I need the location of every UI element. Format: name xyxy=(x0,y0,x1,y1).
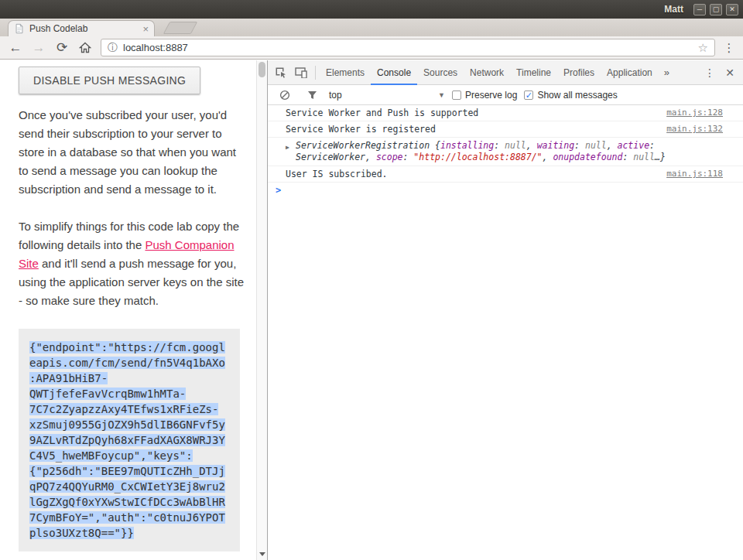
browser-toolbar: ← → ⟳ ⓘ localhost:8887 ☆ ⋮ xyxy=(0,36,743,60)
console-log: Service Worker and Push is supported mai… xyxy=(268,105,743,560)
devtools-close-button[interactable]: ✕ xyxy=(720,67,740,79)
maximize-button[interactable]: ▢ xyxy=(710,4,722,15)
console-prompt[interactable]: > xyxy=(268,183,743,199)
source-link[interactable]: main.js:128 xyxy=(666,108,723,118)
console-message-row: Service Worker is registered main.js:132 xyxy=(268,121,743,138)
content-area: DISABLE PUSH MESSAGING Once you've subsc… xyxy=(0,60,743,560)
tab-strip: Push Codelab × xyxy=(0,19,743,36)
tab-application[interactable]: Application xyxy=(601,60,659,85)
clear-console-icon xyxy=(279,90,290,101)
console-message-text: User IS subscribed. xyxy=(286,169,657,179)
toolbar-divider xyxy=(315,66,316,80)
browser-tab-push-codelab[interactable]: Push Codelab × xyxy=(8,20,155,36)
browser-window: Matt ─ ▢ ✕ Push Codelab × ← → ⟳ xyxy=(0,0,743,560)
devtools-menu-button[interactable]: ⋮ xyxy=(700,67,720,79)
url-text[interactable]: localhost:8887 xyxy=(123,42,693,53)
devtools-panel: Elements Console Sources Network Timelin… xyxy=(267,60,743,560)
scrollbar-down-arrow-icon[interactable] xyxy=(259,552,265,556)
inspect-element-button[interactable] xyxy=(271,63,291,83)
expand-triangle-icon[interactable]: ▶ xyxy=(286,142,289,153)
prompt-chevron-icon: > xyxy=(276,186,281,196)
more-tabs-button[interactable]: » xyxy=(659,67,675,78)
tab-network[interactable]: Network xyxy=(464,60,510,85)
page-pane: DISABLE PUSH MESSAGING Once you've subsc… xyxy=(0,60,256,560)
os-titlebar[interactable]: Matt ─ ▢ ✕ xyxy=(0,0,743,19)
browser-menu-button[interactable]: ⋮ xyxy=(720,41,738,55)
tab-elements[interactable]: Elements xyxy=(320,60,371,85)
close-window-button[interactable]: ✕ xyxy=(726,4,738,15)
home-button[interactable] xyxy=(74,38,96,58)
scrollbar-thumb[interactable] xyxy=(259,62,265,77)
paragraph-companion-after: and it'll send a push message for you, u… xyxy=(19,257,244,307)
show-all-messages-option[interactable]: ✓ Show all messages xyxy=(524,90,617,101)
execution-context-select[interactable]: top ▼ xyxy=(329,90,445,101)
filter-funnel-icon xyxy=(307,90,317,100)
object-preview-text: ServiceWorkerRegistration {installing: n… xyxy=(296,140,666,162)
tab-profiles[interactable]: Profiles xyxy=(557,60,601,85)
tab-title: Push Codelab xyxy=(29,23,138,34)
console-object-row[interactable]: ▶ ServiceWorkerRegistration {installing:… xyxy=(268,138,743,166)
preserve-log-label: Preserve log xyxy=(465,90,517,101)
tab-close-icon[interactable]: × xyxy=(142,24,149,34)
subscription-json[interactable]: {"endpoint":"https://fcm.googleapis.com/… xyxy=(29,341,225,539)
console-message-text: Service Worker is registered xyxy=(286,124,657,135)
source-link[interactable]: main.js:132 xyxy=(666,124,723,135)
context-dropdown-arrow-icon: ▼ xyxy=(438,91,445,99)
page-scrollbar[interactable] xyxy=(256,60,267,560)
tab-console[interactable]: Console xyxy=(371,60,417,85)
filter-button[interactable] xyxy=(302,85,322,105)
device-toolbar-icon xyxy=(295,67,307,78)
forward-button[interactable]: → xyxy=(28,38,50,58)
reload-button[interactable]: ⟳ xyxy=(51,38,73,58)
clear-console-button[interactable] xyxy=(275,85,295,105)
inspect-cursor-icon xyxy=(275,67,287,79)
back-button[interactable]: ← xyxy=(5,38,26,58)
execution-context-value: top xyxy=(329,90,438,101)
paragraph-subscription: Once you've subscribed your user, you'd … xyxy=(19,106,246,199)
page-favicon-icon xyxy=(14,23,25,34)
tab-sources[interactable]: Sources xyxy=(417,60,464,85)
show-all-messages-checkbox[interactable]: ✓ xyxy=(524,90,533,100)
home-icon xyxy=(79,42,91,53)
paragraph-companion: To simplify things for this code lab cop… xyxy=(19,217,246,310)
console-message-row: User IS subscribed. main.js:118 xyxy=(268,166,743,183)
url-bar[interactable]: ⓘ localhost:8887 ☆ xyxy=(101,39,715,56)
console-message-row: Service Worker and Push is supported mai… xyxy=(268,105,743,121)
minimize-button[interactable]: ─ xyxy=(693,4,706,15)
devtools-tabbar: Elements Console Sources Network Timelin… xyxy=(268,60,743,85)
new-tab-button[interactable] xyxy=(163,22,198,34)
console-toolbar: top ▼ Preserve log ✓ Show all messages xyxy=(268,85,743,105)
source-link[interactable]: main.js:118 xyxy=(666,169,723,179)
console-message-text: Service Worker and Push is supported xyxy=(286,108,657,118)
show-all-messages-label: Show all messages xyxy=(537,90,617,101)
site-info-icon[interactable]: ⓘ xyxy=(108,41,118,55)
tab-timeline[interactable]: Timeline xyxy=(510,60,557,85)
disable-push-button[interactable]: DISABLE PUSH MESSAGING xyxy=(19,67,200,94)
subscription-code-block[interactable]: {"endpoint":"https://fcm.googleapis.com/… xyxy=(19,329,240,551)
window-title: Matt xyxy=(664,4,683,15)
preserve-log-option[interactable]: Preserve log xyxy=(452,90,517,101)
device-toolbar-button[interactable] xyxy=(291,63,311,83)
bookmark-star-icon[interactable]: ☆ xyxy=(698,41,708,55)
preserve-log-checkbox[interactable] xyxy=(452,90,461,100)
